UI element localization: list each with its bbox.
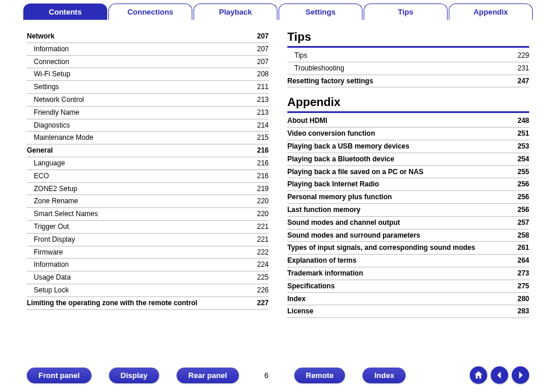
toc-entry[interactable]: Friendly Name213 bbox=[27, 107, 269, 119]
toc-entry[interactable]: ECO216 bbox=[27, 170, 269, 183]
nav-icons bbox=[470, 366, 529, 384]
toc-entry[interactable]: Maintenance Mode215 bbox=[27, 132, 269, 144]
toc-entry[interactable]: Sound modes and channel output257 bbox=[287, 217, 529, 229]
footer-button-index[interactable]: Index bbox=[363, 368, 406, 383]
toc-entry[interactable]: Last function memory256 bbox=[287, 204, 529, 217]
toc-entry[interactable]: Explanation of terms264 bbox=[287, 255, 529, 267]
section-title: Tips bbox=[287, 30, 529, 44]
tab-contents[interactable]: Contents bbox=[23, 3, 107, 20]
toc-entry[interactable]: Front Display221 bbox=[27, 234, 269, 246]
tab-bar: ContentsConnectionsPlaybackSettingsTipsA… bbox=[0, 0, 556, 20]
toc-entry[interactable]: Usage Data225 bbox=[27, 271, 269, 284]
toc-entry[interactable]: Resetting factory settings247 bbox=[287, 75, 529, 88]
toc-entry[interactable]: Personal memory plus function256 bbox=[287, 191, 529, 204]
toc-left-column: Network207Information207Connection207Wi-… bbox=[27, 30, 269, 326]
footer-bar: Front panelDisplayRear panel 6 RemoteInd… bbox=[0, 366, 556, 384]
footer-button-rear-panel[interactable]: Rear panel bbox=[177, 368, 238, 383]
section-title: Appendix bbox=[287, 96, 529, 109]
footer-button-front-panel[interactable]: Front panel bbox=[27, 368, 92, 383]
toc-entry[interactable]: Playing back a Bluetooth device254 bbox=[287, 153, 529, 166]
toc-entry[interactable]: Playing back a file saved on a PC or NAS… bbox=[287, 166, 529, 179]
toc-entry[interactable]: Types of input signals, and correspondin… bbox=[287, 242, 529, 255]
toc-entry[interactable]: ZONE2 Setup219 bbox=[27, 183, 269, 196]
tab-appendix[interactable]: Appendix bbox=[449, 3, 533, 20]
toc-entry[interactable]: Network Control213 bbox=[27, 94, 269, 107]
home-icon[interactable] bbox=[470, 366, 487, 384]
toc-entry[interactable]: Diagnostics214 bbox=[27, 119, 269, 132]
toc-entry[interactable]: Firmware222 bbox=[27, 246, 269, 259]
toc-entry[interactable]: About HDMI248 bbox=[287, 115, 529, 128]
toc-entry[interactable]: Index280 bbox=[287, 293, 529, 306]
toc-entry[interactable]: Zone Rename220 bbox=[27, 195, 269, 208]
tab-settings[interactable]: Settings bbox=[279, 3, 363, 20]
footer-button-remote[interactable]: Remote bbox=[294, 368, 346, 383]
toc-entry[interactable]: Troubleshooting231 bbox=[287, 62, 529, 75]
toc-entry[interactable]: License283 bbox=[287, 305, 529, 318]
toc-entry[interactable]: Sound modes and surround parameters258 bbox=[287, 229, 529, 242]
toc-entry[interactable]: Specifications275 bbox=[287, 280, 529, 293]
toc-entry[interactable]: Trigger Out221 bbox=[27, 221, 269, 234]
toc-right-column: TipsTips229Troubleshooting231Resetting f… bbox=[287, 30, 529, 326]
toc-entry[interactable]: Information207 bbox=[27, 43, 269, 56]
toc-entry[interactable]: Settings211 bbox=[27, 81, 269, 94]
tab-connections[interactable]: Connections bbox=[108, 3, 192, 20]
toc-entry[interactable]: Information224 bbox=[27, 259, 269, 271]
toc-entry[interactable]: Playing back Internet Radio256 bbox=[287, 178, 529, 191]
toc-entry[interactable]: Language216 bbox=[27, 157, 269, 170]
tab-tips[interactable]: Tips bbox=[364, 3, 448, 20]
footer-button-display[interactable]: Display bbox=[109, 368, 159, 383]
toc-entry[interactable]: Trademark information273 bbox=[287, 267, 529, 280]
next-arrow-icon[interactable] bbox=[512, 366, 529, 384]
toc-entry[interactable]: Smart Select Names220 bbox=[27, 208, 269, 221]
page-number: 6 bbox=[265, 371, 269, 380]
tab-playback[interactable]: Playback bbox=[193, 3, 277, 20]
toc-entry[interactable]: Tips229 bbox=[287, 50, 529, 62]
toc-entry[interactable]: Network207 bbox=[27, 30, 269, 43]
toc-entry[interactable]: Limiting the operating zone with the rem… bbox=[27, 297, 269, 310]
toc-entry[interactable]: Video conversion function251 bbox=[287, 128, 529, 140]
toc-entry[interactable]: Connection207 bbox=[27, 56, 269, 69]
prev-arrow-icon[interactable] bbox=[491, 366, 508, 384]
toc-entry[interactable]: General216 bbox=[27, 144, 269, 157]
toc-entry[interactable]: Wi-Fi Setup208 bbox=[27, 68, 269, 81]
toc-entry[interactable]: Playing back a USB memory devices253 bbox=[287, 140, 529, 153]
toc-content: Network207Information207Connection207Wi-… bbox=[0, 20, 556, 326]
toc-entry[interactable]: Setup Lock226 bbox=[27, 284, 269, 297]
